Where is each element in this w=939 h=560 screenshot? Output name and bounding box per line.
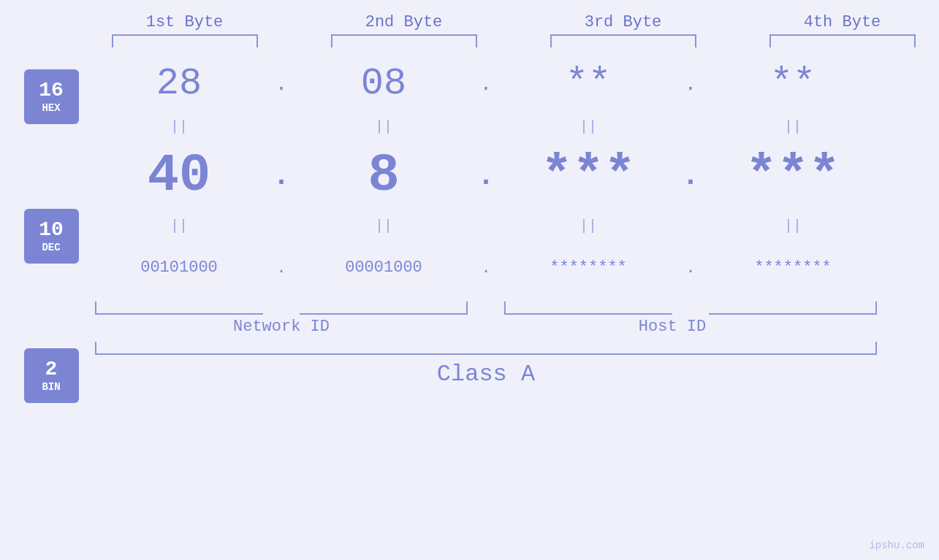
bin-cell-3: ******** <box>504 260 672 276</box>
byte-header-4: 4th Byte <box>759 13 927 31</box>
base-labels: 16 HEX 10 DEC 2 BIN <box>0 55 95 403</box>
net-bracket-dot-gap <box>263 302 300 315</box>
host-bracket-left <box>504 302 672 315</box>
eq2-3: || <box>504 218 672 234</box>
hex-cell-4: ** <box>709 65 877 103</box>
byte-headers: 1st Byte 2nd Byte 3rd Byte 4th Byte <box>75 0 940 31</box>
hex-badge: 16 HEX <box>24 69 79 124</box>
bracket-4 <box>769 34 916 47</box>
hex-cell-1: 28 <box>95 65 263 103</box>
bin-dot-1: . <box>263 259 300 277</box>
hex-dot-3: . <box>672 73 709 96</box>
dec-dot-1: . <box>263 160 300 193</box>
class-label: Class A <box>95 361 877 388</box>
bin-number: 2 <box>45 358 58 381</box>
dec-dot-2: . <box>468 160 504 193</box>
eq2-1: || <box>95 218 263 234</box>
bracket-1 <box>112 34 258 47</box>
bin-row: 00101000 . 00001000 . ******** . *******… <box>95 239 939 297</box>
bin-dot-3: . <box>672 259 709 277</box>
dec-cell-4: *** <box>709 150 877 202</box>
dec-cell-1: 40 <box>95 150 263 202</box>
eq1-3: || <box>504 118 672 135</box>
eq1-2: || <box>300 118 468 135</box>
host-id-label: Host ID <box>468 318 877 336</box>
top-brackets <box>75 34 940 47</box>
bracket-2 <box>331 34 477 47</box>
bin-label: BIN <box>42 381 60 393</box>
net-bracket-right <box>300 302 468 315</box>
main-content: 16 HEX 10 DEC 2 BIN 28 . <box>0 55 939 403</box>
hex-row: 28 . 08 . ** . ** <box>95 55 939 113</box>
equals-row-2: || || || || <box>95 212 939 239</box>
byte-header-2: 2nd Byte <box>320 13 488 31</box>
hex-dot-1: . <box>263 73 300 96</box>
page-container: 1st Byte 2nd Byte 3rd Byte 4th Byte 16 H… <box>0 0 939 560</box>
id-labels: Network ID Host ID <box>95 318 939 336</box>
dec-cell-3: *** <box>504 150 672 202</box>
dec-row: 40 . 8 . *** . *** <box>95 139 939 212</box>
rows-area: 28 . 08 . ** . ** || || <box>95 55 939 388</box>
equals-row-1: || || || || <box>95 113 939 139</box>
hex-number: 16 <box>39 80 64 102</box>
bin-cell-4: ******** <box>709 260 877 276</box>
overall-bracket <box>95 342 877 355</box>
byte-header-3: 3rd Byte <box>539 13 707 31</box>
net-bracket-left <box>95 302 263 315</box>
hex-cell-3: ** <box>504 65 672 103</box>
network-id-label: Network ID <box>95 318 468 336</box>
hex-dot-2: . <box>468 73 504 96</box>
host-bracket-right <box>709 302 877 315</box>
bin-cell-2: 00001000 <box>300 260 468 276</box>
host-bracket-gap <box>468 302 504 315</box>
eq1-1: || <box>95 118 263 135</box>
byte-header-1: 1st Byte <box>101 13 269 31</box>
hex-label: HEX <box>42 102 60 114</box>
watermark: ipshu.com <box>869 540 924 551</box>
eq2-4: || <box>709 218 877 234</box>
bin-badge: 2 BIN <box>24 348 79 403</box>
host-bracket-dot-gap <box>672 302 709 315</box>
bracket-3 <box>550 34 696 47</box>
bottom-brackets-row <box>95 302 939 315</box>
dec-label: DEC <box>42 242 60 253</box>
dec-badge: 10 DEC <box>24 209 79 264</box>
bin-cell-1: 00101000 <box>95 260 263 276</box>
eq2-2: || <box>300 218 468 234</box>
dec-number: 10 <box>39 219 64 242</box>
dec-dot-3: . <box>672 160 709 193</box>
bin-dot-2: . <box>468 259 504 277</box>
eq1-4: || <box>709 118 877 135</box>
dec-cell-2: 8 <box>300 150 468 202</box>
hex-cell-2: 08 <box>300 65 468 103</box>
